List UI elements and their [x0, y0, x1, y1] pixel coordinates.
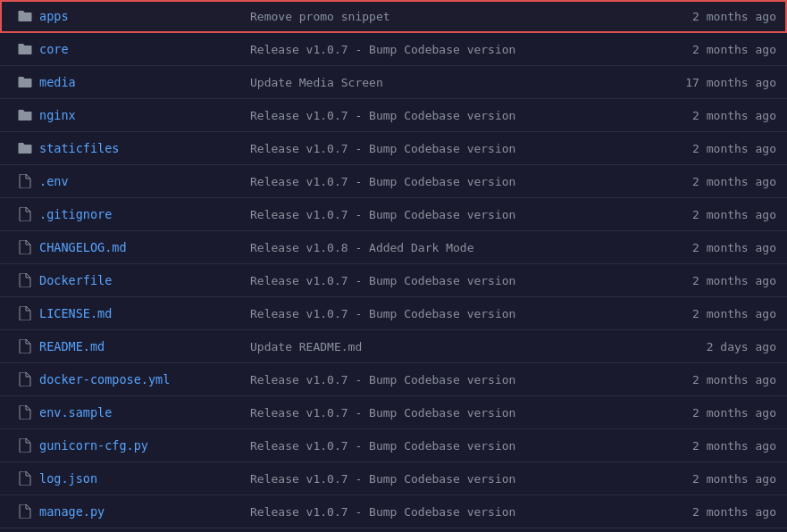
file-icon	[11, 207, 39, 221]
file-icon	[11, 174, 39, 188]
file-icon	[11, 273, 39, 287]
file-time-staticfiles: 2 months ago	[669, 142, 776, 155]
file-commit-core: Release v1.0.7 - Bump Codebase version	[236, 43, 669, 56]
file-name-gitignore[interactable]: .gitignore	[39, 207, 236, 221]
file-commit-docker-compose: Release v1.0.7 - Bump Codebase version	[236, 373, 669, 387]
file-commit-dockerfile: Release v1.0.7 - Bump Codebase version	[236, 274, 669, 287]
file-commit-gunicorn: Release v1.0.7 - Bump Codebase version	[236, 439, 669, 453]
folder-icon	[11, 10, 39, 22]
file-row-media[interactable]: mediaUpdate Media Screen17 months ago	[0, 66, 787, 99]
file-time-readme: 2 days ago	[669, 340, 776, 353]
file-icon	[11, 372, 39, 387]
file-name-license[interactable]: LICENSE.md	[39, 306, 236, 320]
file-name-changelog[interactable]: CHANGELOG.md	[39, 240, 236, 254]
file-icon	[11, 306, 39, 320]
file-name-readme[interactable]: README.md	[39, 339, 236, 353]
file-name-docker-compose[interactable]: docker-compose.yml	[39, 372, 236, 387]
file-browser: appsRemove promo snippet2 months ago cor…	[0, 0, 787, 528]
file-icon	[11, 240, 39, 254]
file-row-gitignore[interactable]: .gitignoreRelease v1.0.7 - Bump Codebase…	[0, 198, 787, 231]
file-name-dockerfile[interactable]: Dockerfile	[39, 273, 236, 287]
file-commit-readme: Update README.md	[236, 340, 669, 353]
file-row-gunicorn[interactable]: gunicorn-cfg.pyRelease v1.0.7 - Bump Cod…	[0, 429, 787, 462]
file-name-log-json[interactable]: log.json	[39, 471, 236, 486]
file-time-media: 17 months ago	[669, 76, 776, 89]
file-commit-staticfiles: Release v1.0.7 - Bump Codebase version	[236, 142, 669, 155]
file-icon	[11, 405, 39, 420]
file-time-dockerfile: 2 months ago	[669, 274, 776, 287]
file-name-manage[interactable]: manage.py	[39, 504, 236, 519]
folder-icon	[11, 76, 39, 88]
file-row-docker-compose[interactable]: docker-compose.ymlRelease v1.0.7 - Bump …	[0, 363, 787, 396]
file-commit-apps: Remove promo snippet	[236, 10, 669, 23]
file-commit-nginx: Release v1.0.7 - Bump Codebase version	[236, 109, 669, 122]
file-commit-manage: Release v1.0.7 - Bump Codebase version	[236, 505, 669, 519]
file-row-changelog[interactable]: CHANGELOG.mdRelease v1.0.8 - Added Dark …	[0, 231, 787, 264]
folder-icon	[11, 43, 39, 55]
file-icon	[11, 339, 39, 353]
file-name-env[interactable]: .env	[39, 174, 236, 188]
file-time-gunicorn: 2 months ago	[669, 439, 776, 453]
file-name-core[interactable]: core	[39, 42, 236, 56]
file-time-env-sample: 2 months ago	[669, 406, 776, 420]
file-row-readme[interactable]: README.mdUpdate README.md2 days ago	[0, 330, 787, 363]
folder-icon	[11, 142, 39, 154]
file-row-log-json[interactable]: log.jsonRelease v1.0.7 - Bump Codebase v…	[0, 462, 787, 495]
file-name-media[interactable]: media	[39, 75, 236, 89]
file-commit-env-sample: Release v1.0.7 - Bump Codebase version	[236, 406, 669, 420]
file-commit-gitignore: Release v1.0.7 - Bump Codebase version	[236, 208, 669, 221]
file-time-manage: 2 months ago	[669, 505, 776, 519]
file-time-log-json: 2 months ago	[669, 472, 776, 486]
file-name-gunicorn[interactable]: gunicorn-cfg.py	[39, 438, 236, 453]
file-row-manage[interactable]: manage.pyRelease v1.0.7 - Bump Codebase …	[0, 495, 787, 528]
file-row-dockerfile[interactable]: DockerfileRelease v1.0.7 - Bump Codebase…	[0, 264, 787, 297]
file-commit-media: Update Media Screen	[236, 76, 669, 89]
folder-icon	[11, 109, 39, 121]
file-commit-log-json: Release v1.0.7 - Bump Codebase version	[236, 472, 669, 486]
file-row-apps[interactable]: appsRemove promo snippet2 months ago	[0, 0, 787, 33]
file-time-env: 2 months ago	[669, 175, 776, 188]
file-time-changelog: 2 months ago	[669, 241, 776, 254]
file-row-staticfiles[interactable]: staticfilesRelease v1.0.7 - Bump Codebas…	[0, 132, 787, 165]
file-commit-license: Release v1.0.7 - Bump Codebase version	[236, 307, 669, 320]
file-row-env-sample[interactable]: env.sampleRelease v1.0.7 - Bump Codebase…	[0, 396, 787, 429]
file-commit-changelog: Release v1.0.8 - Added Dark Mode	[236, 241, 669, 254]
file-row-core[interactable]: coreRelease v1.0.7 - Bump Codebase versi…	[0, 33, 787, 66]
file-commit-env: Release v1.0.7 - Bump Codebase version	[236, 175, 669, 188]
file-row-env[interactable]: .envRelease v1.0.7 - Bump Codebase versi…	[0, 165, 787, 198]
file-time-gitignore: 2 months ago	[669, 208, 776, 221]
file-name-nginx[interactable]: nginx	[39, 108, 236, 122]
file-name-env-sample[interactable]: env.sample	[39, 405, 236, 420]
file-icon	[11, 438, 39, 453]
file-icon	[11, 504, 39, 519]
file-time-core: 2 months ago	[669, 43, 776, 56]
file-row-license[interactable]: LICENSE.mdRelease v1.0.7 - Bump Codebase…	[0, 297, 787, 330]
file-icon	[11, 471, 39, 486]
file-time-nginx: 2 months ago	[669, 109, 776, 122]
file-time-docker-compose: 2 months ago	[669, 373, 776, 387]
file-name-apps[interactable]: apps	[39, 9, 236, 23]
file-name-staticfiles[interactable]: staticfiles	[39, 141, 236, 155]
file-time-license: 2 months ago	[669, 307, 776, 320]
file-row-nginx[interactable]: nginxRelease v1.0.7 - Bump Codebase vers…	[0, 99, 787, 132]
file-time-apps: 2 months ago	[669, 10, 776, 23]
